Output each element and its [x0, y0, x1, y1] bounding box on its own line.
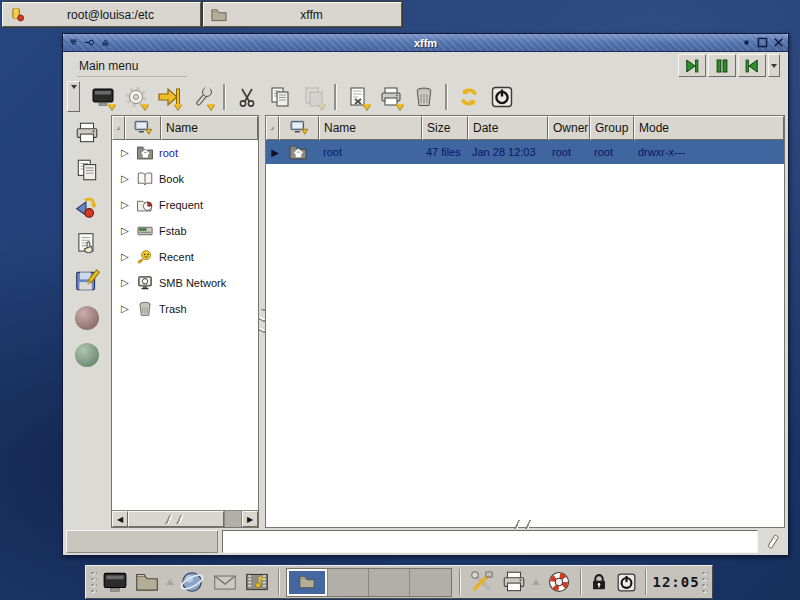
tree-item-book[interactable]: ▷ Book [112, 166, 258, 192]
list-body[interactable] [266, 164, 784, 527]
list-header-name[interactable]: Name [319, 116, 422, 140]
titlebar[interactable]: xffm [63, 34, 788, 52]
chevron-down-icon [318, 104, 326, 110]
panel-terminal-launcher[interactable] [101, 568, 130, 596]
launcher-menu-arrow-icon[interactable] [532, 579, 540, 585]
refresh-button[interactable] [452, 81, 485, 113]
panel-clock[interactable]: 12:05 [653, 574, 698, 590]
expander-icon[interactable]: ▷ [121, 174, 135, 184]
recent-smiley-icon [135, 248, 159, 266]
tree-item-trash[interactable]: ▷ Trash [112, 296, 258, 322]
list-header: › Name Size Date Owner Group Mode [266, 116, 784, 140]
goto-button[interactable] [152, 81, 185, 113]
workspace-2[interactable] [328, 569, 369, 596]
print-button[interactable] [374, 81, 407, 113]
toolbar-collapse-handle[interactable] [67, 81, 80, 112]
scrollbar-thumb[interactable] [128, 511, 224, 527]
scroll-left-arrow-icon[interactable]: ◀ [112, 511, 128, 527]
launcher-menu-arrow-icon[interactable] [166, 579, 174, 585]
panel-grip-handle[interactable] [701, 570, 708, 594]
copy-button[interactable] [263, 81, 296, 113]
expander-icon[interactable]: ▷ [121, 278, 135, 288]
panel-mail-launcher[interactable] [210, 568, 239, 596]
maximize-icon[interactable] [755, 36, 769, 50]
eraser-chalk-icon[interactable] [758, 532, 788, 552]
close-icon[interactable] [771, 36, 785, 50]
tree-horizontal-scrollbar[interactable]: ◀ ▶ [112, 510, 258, 527]
scrollbar-track[interactable] [224, 511, 242, 527]
tools-button[interactable] [185, 81, 218, 113]
quit-button[interactable] [485, 81, 518, 113]
list-header-mode[interactable]: Mode [634, 116, 784, 140]
settings-button[interactable] [119, 81, 152, 113]
pause-button[interactable] [708, 54, 736, 77]
workspace-1-active[interactable] [287, 569, 328, 596]
workspace-4[interactable] [410, 569, 451, 596]
paste-button[interactable] [296, 81, 329, 113]
home-folder-icon [135, 144, 159, 162]
list-header-date[interactable]: Date [468, 116, 548, 140]
nav-more-handle[interactable] [768, 54, 780, 77]
chevron-down-icon [363, 104, 371, 110]
panel-quit-button[interactable] [615, 568, 638, 596]
expander-icon[interactable]: ▷ [121, 252, 135, 262]
minimize-icon[interactable] [739, 36, 753, 50]
expander-icon[interactable]: ▷ [121, 226, 135, 236]
panel-settings-launcher[interactable] [467, 568, 496, 596]
status-entry[interactable] [222, 530, 758, 553]
toolbar-separator [334, 84, 336, 110]
book-icon [135, 170, 159, 188]
document-tools-button[interactable] [341, 81, 374, 113]
refresh-icon [457, 85, 481, 109]
taskbar-button-xffm[interactable]: xffm [203, 2, 402, 27]
list-header-size[interactable]: Size [422, 116, 468, 140]
workspace-3[interactable] [369, 569, 410, 596]
shade-icon[interactable] [66, 36, 80, 50]
file-mode: drwxr-x--- [634, 146, 784, 158]
panel-lock-button[interactable] [588, 568, 611, 596]
eject-icon[interactable] [98, 36, 112, 50]
main-menu-item[interactable]: Main menu [77, 55, 187, 77]
side-differ-button[interactable] [71, 192, 103, 222]
panel-grip-handle[interactable] [90, 570, 97, 594]
file-row-root-selected[interactable]: ▶ root 47 files Jan 28 12:03 root root d… [266, 140, 784, 164]
panel-help-launcher[interactable] [544, 568, 573, 596]
side-copy-button[interactable] [71, 155, 103, 185]
skip-back-button[interactable] [738, 54, 766, 77]
chevron-down-icon [141, 104, 149, 110]
skip-forward-button[interactable] [678, 54, 706, 77]
skip-forward-icon [683, 57, 701, 75]
list-header-handle[interactable]: › [266, 116, 279, 140]
pin-icon[interactable] [82, 36, 96, 50]
expander-icon[interactable]: ▶ [271, 147, 279, 158]
panel-media-launcher[interactable] [243, 568, 272, 596]
save-icon [74, 268, 100, 294]
side-touch-button[interactable] [71, 229, 103, 259]
panel-files-launcher[interactable] [133, 568, 162, 596]
cut-button[interactable] [230, 81, 263, 113]
terminal-button[interactable] [86, 81, 119, 113]
tree-item-frequent[interactable]: ▷ Frequent [112, 192, 258, 218]
side-print-button[interactable] [71, 118, 103, 148]
list-header-icon-cell[interactable] [279, 116, 319, 140]
tree-header-name[interactable]: Name [161, 116, 258, 140]
tree-item-recent[interactable]: ▷ Recent [112, 244, 258, 270]
tree-item-fstab[interactable]: ▷ Fstab [112, 218, 258, 244]
list-header-group[interactable]: Group [590, 116, 634, 140]
tree-header-icon-cell[interactable] [125, 116, 161, 140]
tree-item-root[interactable]: ▷ root [112, 140, 258, 166]
side-save-button[interactable] [71, 266, 103, 296]
taskbar-button-terminal[interactable]: root@louisa:/etc [2, 2, 201, 27]
navigation-buttons [678, 54, 780, 77]
panel-browser-launcher[interactable] [178, 568, 207, 596]
trash-button[interactable] [407, 81, 440, 113]
scroll-right-arrow-icon[interactable]: ▶ [242, 511, 258, 527]
expander-icon[interactable]: ▷ [121, 148, 135, 158]
grip-icon[interactable] [514, 520, 536, 529]
tree-item-smb-network[interactable]: ▷ SMB Network [112, 270, 258, 296]
list-header-owner[interactable]: Owner [548, 116, 590, 140]
tree-header-handle[interactable]: › [112, 116, 125, 140]
panel-print-launcher[interactable] [500, 568, 529, 596]
expander-icon[interactable]: ▷ [121, 200, 135, 210]
expander-icon[interactable]: ▷ [121, 304, 135, 314]
